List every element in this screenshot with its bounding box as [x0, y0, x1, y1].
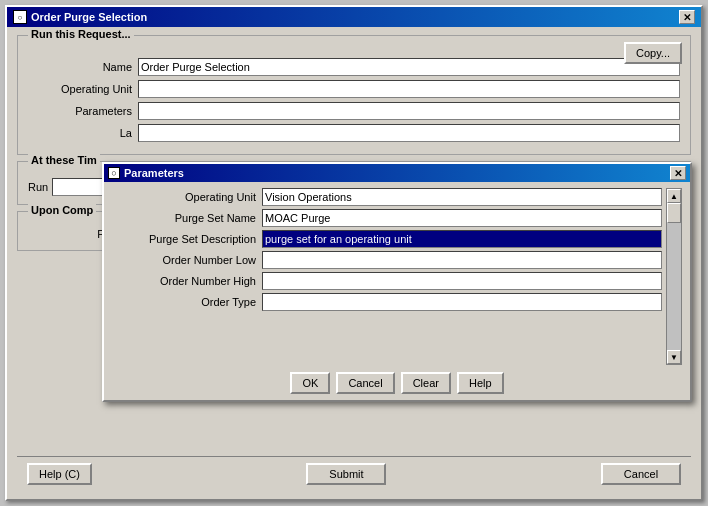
param-order-num-high-input[interactable]	[262, 272, 662, 290]
scroll-up-button[interactable]: ▲	[667, 189, 681, 203]
main-title-bar: ○ Order Purge Selection ✕	[7, 7, 701, 27]
help-button[interactable]: Help (C)	[27, 463, 92, 485]
param-purge-set-name-input[interactable]	[262, 209, 662, 227]
param-purge-set-name-row: Purge Set Name	[112, 209, 662, 227]
name-row: Name	[28, 58, 680, 76]
param-order-type-label: Order Type	[112, 296, 262, 308]
main-close-button[interactable]: ✕	[679, 10, 695, 24]
param-operating-unit-row: Operating Unit	[112, 188, 662, 206]
scroll-track	[667, 203, 681, 350]
at-these-times-label: At these Tim	[28, 154, 100, 166]
param-order-num-low-row: Order Number Low	[112, 251, 662, 269]
submit-button[interactable]: Submit	[306, 463, 386, 485]
params-form: Operating Unit Purge Set Name Purge Set …	[112, 188, 662, 365]
params-buttons: OK Cancel Clear Help	[112, 368, 682, 394]
params-cancel-button[interactable]: Cancel	[336, 372, 394, 394]
run-group-label: Run this Request...	[28, 28, 134, 40]
params-content: Operating Unit Purge Set Name Purge Set …	[104, 182, 690, 400]
params-clear-button[interactable]: Clear	[401, 372, 451, 394]
params-title-text: ○ Parameters	[108, 167, 184, 179]
operating-unit-input[interactable]	[138, 80, 680, 98]
params-title-bar: ○ Parameters ✕	[104, 164, 690, 182]
scroll-thumb[interactable]	[667, 203, 681, 223]
scroll-down-button[interactable]: ▼	[667, 350, 681, 364]
params-ok-button[interactable]: OK	[290, 372, 330, 394]
param-operating-unit-label: Operating Unit	[112, 191, 262, 203]
parameters-input[interactable]	[138, 102, 680, 120]
param-order-num-low-input[interactable]	[262, 251, 662, 269]
parameters-label: Parameters	[28, 105, 138, 117]
operating-unit-row: Operating Unit	[28, 80, 680, 98]
title-bar-text: ○ Order Purge Selection	[13, 10, 147, 24]
params-body: Operating Unit Purge Set Name Purge Set …	[112, 188, 682, 365]
cancel-button[interactable]: Cancel	[601, 463, 681, 485]
param-order-type-input[interactable]	[262, 293, 662, 311]
param-purge-set-desc-row: Purge Set Description	[112, 230, 662, 248]
param-purge-set-desc-label: Purge Set Description	[112, 233, 262, 245]
upon-completion-label: Upon Comp	[28, 204, 96, 216]
param-order-num-high-row: Order Number High	[112, 272, 662, 290]
params-dialog-icon: ○	[108, 167, 120, 179]
copy-button[interactable]: Copy...	[624, 42, 682, 64]
run-group: Run this Request... Copy... Name Operati…	[17, 35, 691, 155]
param-order-type-row: Order Type	[112, 293, 662, 311]
language-row: La	[28, 124, 680, 142]
params-scrollbar[interactable]: ▲ ▼	[666, 188, 682, 365]
parameters-row: Parameters	[28, 102, 680, 120]
name-label: Name	[28, 61, 138, 73]
bottom-bar: Help (C) Submit Cancel	[17, 456, 691, 491]
language-input[interactable]	[138, 124, 680, 142]
dialog-icon: ○	[13, 10, 27, 24]
operating-unit-label: Operating Unit	[28, 83, 138, 95]
name-input[interactable]	[138, 58, 680, 76]
params-dialog: ○ Parameters ✕ Operating Unit Purge Set …	[102, 162, 692, 402]
param-purge-set-desc-input[interactable]	[262, 230, 662, 248]
param-operating-unit-input[interactable]	[262, 188, 662, 206]
params-close-button[interactable]: ✕	[670, 166, 686, 180]
main-dialog: ○ Order Purge Selection ✕ Run this Reque…	[5, 5, 703, 501]
params-title: Parameters	[124, 167, 184, 179]
param-purge-set-name-label: Purge Set Name	[112, 212, 262, 224]
main-title: Order Purge Selection	[31, 11, 147, 23]
run-label: Run	[28, 181, 48, 193]
language-label: La	[28, 127, 138, 139]
params-help-button[interactable]: Help	[457, 372, 504, 394]
param-order-num-low-label: Order Number Low	[112, 254, 262, 266]
param-order-num-high-label: Order Number High	[112, 275, 262, 287]
